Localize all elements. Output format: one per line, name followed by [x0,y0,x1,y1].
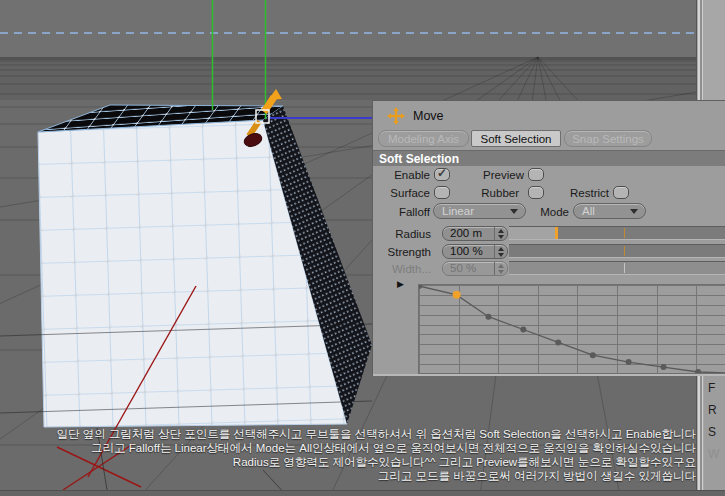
curve-point[interactable] [555,339,561,345]
falloff-dropdown[interactable]: Linear [433,203,526,219]
preview-checkbox[interactable]: ✓ [528,168,544,181]
falloff-curve-line [419,286,725,373]
radius-value-field[interactable]: 200 m [442,226,508,241]
strength-value: 100 % [450,245,483,257]
mode-dropdown[interactable]: All [573,203,646,219]
rubber-label: Rubber [463,186,519,200]
curve-point[interactable] [520,327,526,333]
radius-label: Radius [373,227,431,241]
width-stepper [494,262,507,275]
spin-down-icon[interactable] [498,235,504,239]
section-header: Soft Selection [373,150,725,166]
docked-label-width: W [708,447,719,461]
chevron-down-icon [630,209,638,214]
radius-slider-handle[interactable] [555,227,558,239]
surface-label: Surface [373,186,430,200]
curve-point[interactable] [695,369,701,373]
strength-value-field[interactable]: 100 % [442,244,508,259]
docked-label-falloff: F [708,381,715,395]
disclosure-triangle-icon[interactable]: ▶ [397,279,404,289]
spin-up-icon[interactable] [498,229,504,233]
restrict-label: Restrict [548,186,609,200]
panel-resize-edge[interactable] [373,374,725,376]
mode-value: All [582,205,595,217]
radius-stepper[interactable] [494,227,507,240]
curve-point[interactable] [419,285,422,289]
tab-modeling-axis[interactable]: Modeling Axis [378,130,469,147]
tool-options-panel: Move Modeling Axis Soft Selection Snap S… [372,100,725,376]
spin-up-icon [498,264,504,268]
spin-up-icon[interactable] [498,247,504,251]
curve-point[interactable] [590,352,596,358]
radius-value: 200 m [450,227,482,239]
move-tool-icon [387,107,405,125]
curve-point[interactable] [626,359,632,365]
docked-label-strength: S [708,425,716,439]
curve-point[interactable] [485,314,491,320]
tab-snap-settings[interactable]: Snap Settings [564,130,652,147]
curve-point-selected[interactable] [453,291,461,299]
tab-soft-selection[interactable]: Soft Selection [471,130,561,147]
width-value: 50 % [450,262,476,274]
preview-label: Preview [463,168,524,182]
status-bar [0,490,725,496]
panel-tabs: Modeling Axis Soft Selection Snap Settin… [373,130,725,148]
width-label: Width... [373,262,431,276]
enable-checkbox[interactable]: ✓ [434,168,450,181]
mode-label: Mode [531,205,569,219]
chevron-down-icon [510,209,518,214]
spin-down-icon [498,270,504,274]
strength-slider[interactable] [509,244,725,258]
falloff-curve-editor[interactable] [418,284,725,374]
docked-label-radius: R [708,403,717,417]
strength-stepper[interactable] [494,245,507,258]
tutorial-caption: 일단 옆의 그림처럼 상단 포인트를 선택해주시고 무브툴을 선택하셔서 위 옵… [56,427,696,483]
restrict-checkbox[interactable]: ✓ [613,186,629,199]
caption-line: Radius로 영향력도 제어할수있습니다^^ 그리고 Preview를해보시면… [56,455,696,469]
caption-line: 그리고 모드를 바꿈으로써 여러가지 방법이 생길수 있게씁니다 [56,469,696,483]
radius-slider[interactable] [509,226,725,240]
falloff-value: Linear [442,205,474,217]
caption-line: 그리고 Falloff는 Linear상태에서 Mode는 All인상태에서 옆… [56,441,696,455]
spin-down-icon[interactable] [498,253,504,257]
application-window: F R S W Move Modeling Axis Soft Selectio… [0,0,725,496]
width-value-field: 50 % [442,261,508,276]
caption-line: 일단 옆의 그림처럼 상단 포인트를 선택해주시고 무브툴을 선택하셔서 위 옵… [56,427,696,441]
surface-checkbox[interactable]: ✓ [434,186,450,199]
docked-attribute-panel: F R S W [704,376,725,490]
width-slider [509,261,725,275]
curve-point[interactable] [660,364,666,370]
enable-label: Enable [373,168,430,182]
strength-label: Strength [373,245,431,259]
rubber-checkbox[interactable]: ✓ [528,186,544,199]
falloff-label: Falloff [373,205,430,219]
panel-title: Move [413,109,444,123]
